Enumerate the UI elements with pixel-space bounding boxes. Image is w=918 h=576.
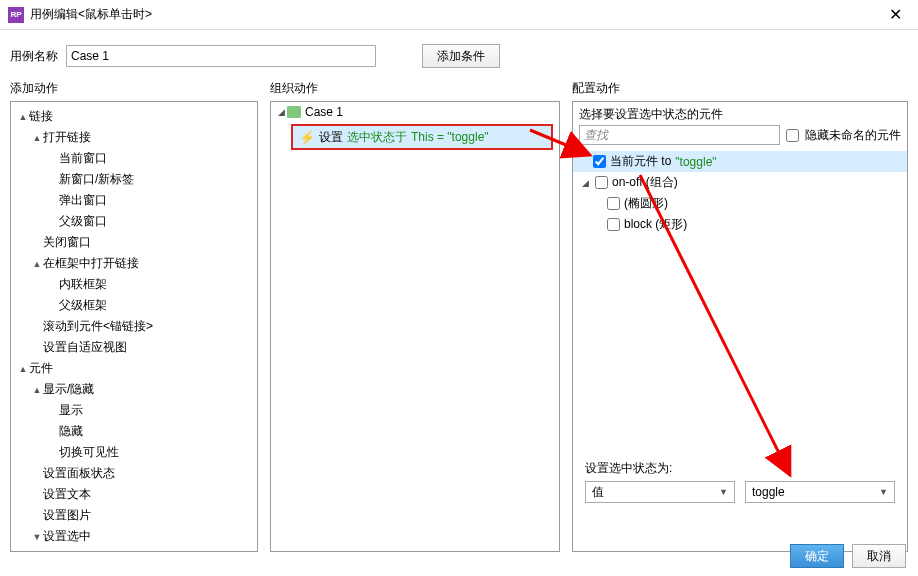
tree-adaptive[interactable]: ▲设置自适应视图: [13, 337, 255, 358]
cfg-onoff-label: on-off (组合): [612, 174, 678, 191]
hide-unnamed-checkbox[interactable]: [786, 129, 799, 142]
cfg-ellipse-checkbox[interactable]: [607, 197, 620, 210]
tree-link[interactable]: ▲链接: [13, 106, 255, 127]
tree-close-window[interactable]: ▲关闭窗口: [13, 232, 255, 253]
bolt-icon: ⚡: [299, 130, 315, 145]
tree-new-window[interactable]: ▲新窗口/新标签: [13, 169, 255, 190]
cfg-current-checkbox[interactable]: [593, 155, 606, 168]
toggle-combo-text: toggle: [752, 485, 785, 499]
hide-unnamed-label: 隐藏未命名的元件: [805, 127, 901, 144]
add-condition-button[interactable]: 添加条件: [422, 44, 500, 68]
tree-set-panel[interactable]: ▲设置面板状态: [13, 463, 255, 484]
window-title: 用例编辑<鼠标单击时>: [30, 6, 881, 23]
value-combo-text: 值: [592, 484, 604, 501]
cfg-block-label: block (矩形): [624, 216, 687, 233]
toggle-combo[interactable]: toggle ▼: [745, 481, 895, 503]
tree-set-text[interactable]: ▲设置文本: [13, 484, 255, 505]
tree-inline-frame[interactable]: ▲内联框架: [13, 274, 255, 295]
case-label: Case 1: [305, 105, 343, 119]
cfg-ellipse[interactable]: (椭圆形): [573, 193, 907, 214]
tree-parent-frame[interactable]: ▲父级框架: [13, 295, 255, 316]
search-input[interactable]: [579, 125, 780, 145]
tree-scroll-anchor[interactable]: ▲滚动到元件<锚链接>: [13, 316, 255, 337]
chevron-down-icon: ▼: [719, 487, 728, 497]
cfg-action-label: 配置动作: [572, 80, 908, 97]
tree-open-link[interactable]: ▲打开链接: [13, 127, 255, 148]
cfg-onoff[interactable]: ◢ on-off (组合): [573, 172, 907, 193]
cfg-block-checkbox[interactable]: [607, 218, 620, 231]
case-name-label: 用例名称: [10, 48, 58, 65]
add-action-panel: ▲链接 ▲打开链接 ▲当前窗口 ▲新窗口/新标签 ▲弹出窗口 ▲父级窗口 ▲关闭…: [10, 101, 258, 552]
tree-popup[interactable]: ▲弹出窗口: [13, 190, 255, 211]
cfg-onoff-checkbox[interactable]: [595, 176, 608, 189]
tree-show-hide[interactable]: ▲显示/隐藏: [13, 379, 255, 400]
cfg-current-value: "toggle": [675, 155, 716, 169]
action-mid: 选中状态于: [347, 129, 407, 146]
action-set-selected[interactable]: ⚡ 设置 选中状态于 This = "toggle": [291, 124, 553, 150]
org-action-panel: ◢ Case 1 ⚡ 设置 选中状态于 This = "toggle": [270, 101, 560, 552]
action-prefix: 设置: [319, 129, 343, 146]
tree-hide[interactable]: ▲隐藏: [13, 421, 255, 442]
case-icon: [287, 106, 301, 118]
tree-toggle-vis[interactable]: ▲切换可见性: [13, 442, 255, 463]
set-state-label: 设置选中状态为:: [585, 460, 895, 477]
close-button[interactable]: ✕: [881, 5, 910, 24]
add-action-label: 添加动作: [10, 80, 258, 97]
cfg-select-label: 选择要设置选中状态的元件: [579, 106, 901, 123]
tree-set-image[interactable]: ▲设置图片: [13, 505, 255, 526]
case-row[interactable]: ◢ Case 1: [271, 102, 559, 122]
tree-parent-window[interactable]: ▲父级窗口: [13, 211, 255, 232]
case-name-input[interactable]: [66, 45, 376, 67]
cancel-button[interactable]: 取消: [852, 544, 906, 568]
tree-show[interactable]: ▲显示: [13, 400, 255, 421]
action-suffix: This = "toggle": [411, 130, 489, 144]
app-icon: RP: [8, 7, 24, 23]
tree-widgets[interactable]: ▲元件: [13, 358, 255, 379]
tree-set-selected[interactable]: ▼设置选中: [13, 526, 255, 547]
tree-current-window[interactable]: ▲当前窗口: [13, 148, 255, 169]
ok-button[interactable]: 确定: [790, 544, 844, 568]
cfg-current-prefix: 当前元件 to: [610, 153, 671, 170]
cfg-current-widget[interactable]: 当前元件 to "toggle": [573, 151, 907, 172]
tree-open-in-frame[interactable]: ▲在框架中打开链接: [13, 253, 255, 274]
cfg-action-panel: 选择要设置选中状态的元件 隐藏未命名的元件 当前元件 to "toggle" ◢…: [572, 101, 908, 552]
cfg-block[interactable]: block (矩形): [573, 214, 907, 235]
value-combo[interactable]: 值 ▼: [585, 481, 735, 503]
org-action-label: 组织动作: [270, 80, 560, 97]
cfg-ellipse-label: (椭圆形): [624, 195, 668, 212]
chevron-down-icon: ▼: [879, 487, 888, 497]
